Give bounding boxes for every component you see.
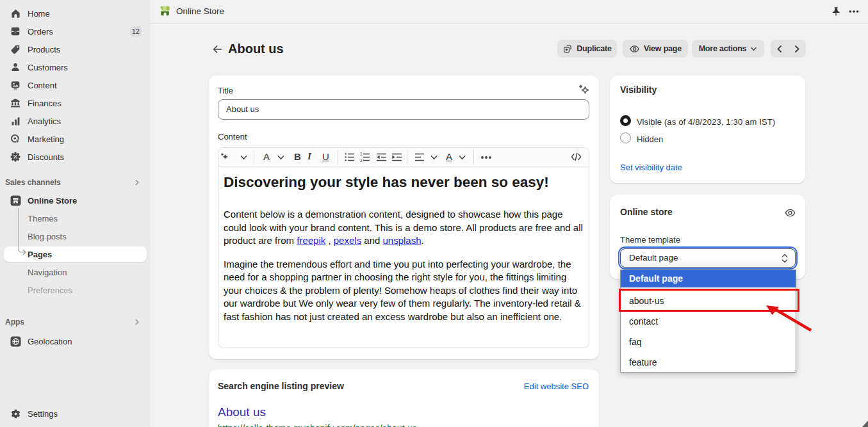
svg-text:2: 2: [360, 158, 363, 162]
svg-text:1: 1: [360, 152, 363, 156]
